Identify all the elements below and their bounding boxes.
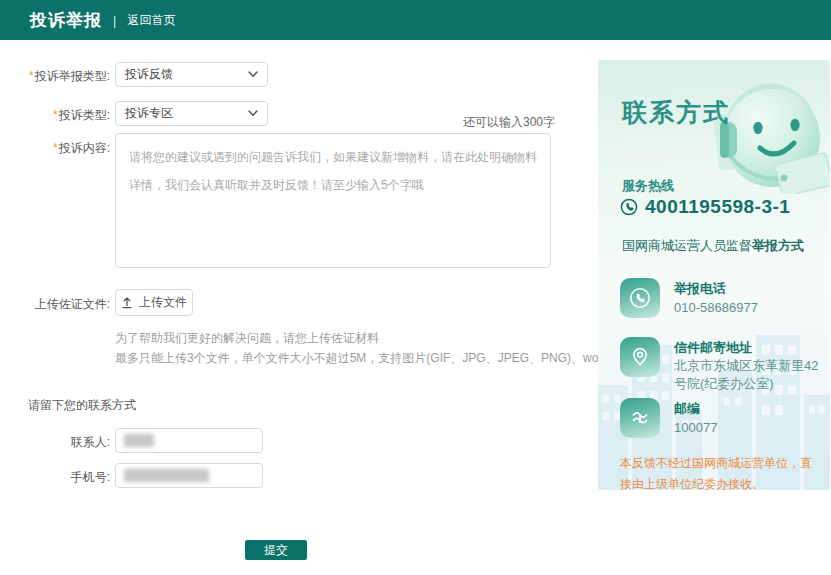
sidebar-title: 联系方式	[622, 96, 730, 129]
phone-icon	[628, 286, 652, 310]
complaint-report-type-value: 投诉反馈	[125, 66, 173, 83]
complaint-type-select[interactable]: 投诉专区	[115, 101, 268, 126]
mail-address-value: 北京市东城区东革新里42号院(纪委办公室)	[674, 357, 822, 392]
upload-hint-1: 为了帮助我们更好的解决问题，请您上传佐证材料	[115, 330, 379, 347]
upload-file-button[interactable]: 上传文件	[115, 289, 193, 316]
complaint-report-type-select[interactable]: 投诉反馈	[115, 62, 268, 87]
complaint-type-value: 投诉专区	[125, 105, 173, 122]
submit-button[interactable]: 提交	[245, 540, 307, 560]
postcode-icon-badge	[620, 398, 660, 438]
complaint-content-textarea[interactable]	[115, 133, 551, 268]
contact-name-label: 联系人:	[0, 434, 110, 451]
service-hotline-label: 服务热线	[622, 177, 674, 195]
required-mark: *	[53, 141, 58, 155]
headset-mascot-illustration	[702, 66, 830, 194]
report-phone-icon-badge	[620, 278, 660, 318]
location-icon	[628, 345, 652, 369]
page-title: 投诉举报	[30, 9, 102, 32]
redacted-contact-name	[124, 434, 154, 447]
supervision-text: 国网商城运营人员监督举报方式	[622, 237, 804, 255]
chars-remaining-hint: 还可以输入300字	[400, 114, 555, 131]
chevron-down-icon	[248, 110, 258, 117]
hotline-number: 4001195598-3-1	[645, 196, 790, 218]
mail-address-icon-badge	[620, 337, 660, 377]
mail-address-title: 信件邮寄地址	[674, 339, 752, 357]
postcode-title: 邮编	[674, 400, 700, 418]
complaint-report-type-label: *投诉举报类型:	[0, 68, 110, 85]
upload-evidence-label: 上传佐证文件:	[0, 296, 110, 313]
hotline-phone-icon	[620, 198, 638, 216]
header-divider: |	[113, 13, 116, 28]
required-mark: *	[53, 108, 58, 122]
contact-phone-label: 手机号:	[0, 469, 110, 486]
required-mark: *	[29, 69, 34, 83]
complaint-content-label: *投诉内容:	[0, 140, 110, 157]
postcode-value: 100077	[674, 419, 822, 437]
report-phone-title: 举报电话	[674, 280, 726, 298]
redacted-contact-phone	[124, 469, 209, 482]
complaint-type-label: *投诉类型:	[0, 107, 110, 124]
upload-button-label: 上传文件	[139, 294, 187, 311]
header-bar: 投诉举报 | 返回首页	[0, 0, 831, 40]
contact-info-panel: 联系方式 服务热线 4001195598-3-1 国网商城运营人员监督举报方式 …	[598, 60, 830, 490]
report-phone-value: 010-58686977	[674, 299, 822, 317]
chevron-down-icon	[248, 71, 258, 78]
escalation-note: 本反馈不经过国网商城运营单位，直接由上级单位纪委办接收。	[620, 453, 814, 490]
contact-section-title: 请留下您的联系方式	[28, 397, 136, 414]
upload-icon	[121, 296, 133, 309]
back-home-link[interactable]: 返回首页	[127, 12, 175, 29]
postal-icon	[628, 406, 652, 430]
